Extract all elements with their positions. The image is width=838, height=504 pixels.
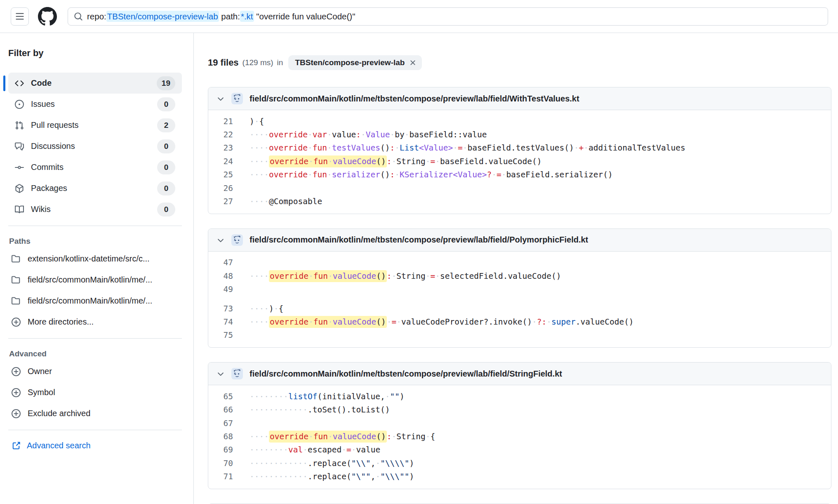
sidebar-item-label: Commits <box>31 163 64 172</box>
snippet-group: 73····)·{74····override·fun·valueCode()·… <box>208 302 831 342</box>
path-filter-item[interactable]: extension/kotlinx-datetime/src/c... <box>8 248 182 269</box>
advanced-heading: Advanced <box>9 349 182 358</box>
book-icon <box>15 205 24 214</box>
code-line: 47 <box>208 256 831 269</box>
code-text: ····override·fun·valueCode():·String·=·s… <box>250 271 561 281</box>
book-icon <box>15 205 24 214</box>
search-text-segment: "override fun valueCode()" <box>254 12 355 21</box>
advanced-filter-symbol[interactable]: Symbol <box>8 382 182 403</box>
paths-list: extension/kotlinx-datetime/src/c...field… <box>8 248 182 311</box>
count-badge: 0 <box>157 139 175 153</box>
advanced-filter-exclude-archived[interactable]: Exclude archived <box>8 403 182 424</box>
divider <box>8 338 182 339</box>
code-line: 70············.replace("\\",·"\\\\") <box>208 457 831 470</box>
sidebar-item-wikis[interactable]: Wikis0 <box>8 199 182 220</box>
chevron-down-icon <box>216 236 225 245</box>
sidebar-item-code[interactable]: Code19 <box>8 73 182 94</box>
sidebar-item-label: Discussions <box>31 141 75 151</box>
sidebar-item-discussions[interactable]: Discussions0 <box>8 136 182 157</box>
line-number[interactable]: 67 <box>208 419 233 428</box>
line-number[interactable]: 23 <box>208 143 233 153</box>
plus-circle-icon <box>12 388 21 397</box>
three-bars-icon <box>15 12 24 21</box>
code-line: 23····override·fun·testValues():·List<Va… <box>208 141 831 155</box>
comment-discussion-icon <box>15 142 24 151</box>
close-icon[interactable] <box>409 59 417 67</box>
code-text: ····override·fun·testValues():·List<Valu… <box>250 143 685 153</box>
file-directory-icon <box>12 297 21 306</box>
top-bar: repo:TBSten/compose-preview-lab path:*.k… <box>0 0 838 33</box>
count-badge: 0 <box>157 97 175 111</box>
sidebar-item-issues[interactable]: Issues0 <box>8 94 182 115</box>
code-line: 69········val·escaped·=·value <box>208 443 831 457</box>
path-filter-label: extension/kotlinx-datetime/src/c... <box>28 254 150 264</box>
code-text: ····)·{ <box>250 304 283 313</box>
line-number[interactable]: 22 <box>208 130 233 139</box>
line-number[interactable]: 73 <box>208 304 233 313</box>
hamburger-button[interactable] <box>11 7 29 26</box>
package-icon <box>15 184 24 193</box>
snippet-group: 65········listOf(initialValue,·"")66····… <box>208 390 831 483</box>
more-directories-label: More directories... <box>28 317 94 327</box>
line-number[interactable]: 74 <box>208 317 233 327</box>
file-path-link[interactable]: field/src/commonMain/kotlin/me/tbsten/co… <box>250 235 588 245</box>
code-text: ············.replace("\\",·"\\\\") <box>250 459 414 468</box>
line-number[interactable]: 68 <box>208 432 233 441</box>
line-number[interactable]: 49 <box>208 285 233 294</box>
sidebar-item-label: Wikis <box>31 205 51 214</box>
line-number[interactable]: 69 <box>208 445 233 455</box>
repo-avatar <box>231 93 243 104</box>
line-number[interactable]: 24 <box>208 157 233 166</box>
file-path-link[interactable]: field/src/commonMain/kotlin/me/tbsten/co… <box>250 94 579 104</box>
sidebar-item-packages[interactable]: Packages0 <box>8 178 182 199</box>
line-number[interactable]: 65 <box>208 392 233 401</box>
line-number[interactable]: 47 <box>208 258 233 267</box>
github-logo[interactable] <box>38 7 57 26</box>
result-type-list: Code19Issues0Pull requests2Discussions0C… <box>8 73 182 220</box>
code-line: 49 <box>208 283 831 296</box>
code-snippet: 21)·{22····override·var·value:·Value·by·… <box>208 110 831 214</box>
repo-avatar <box>231 368 243 379</box>
line-number[interactable]: 27 <box>208 197 233 206</box>
file-card-header: field/src/commonMain/kotlin/me/tbsten/co… <box>208 87 831 110</box>
code-text: ····@Composable <box>250 197 322 206</box>
count-badge: 19 <box>157 76 175 90</box>
file-path-link[interactable]: field/src/commonMain/kotlin/me/tbsten/co… <box>250 369 562 379</box>
git-pull-request-icon <box>15 121 24 130</box>
search-results: 19 files (129 ms) in TBSten/compose-prev… <box>194 33 838 504</box>
code-text: ····override·var·value:·Value·by·baseFie… <box>250 130 487 139</box>
line-number[interactable]: 25 <box>208 170 233 179</box>
more-directories-button[interactable]: More directories... <box>8 311 182 332</box>
collapse-file-button[interactable] <box>216 236 226 245</box>
plus-circle-icon <box>12 409 21 418</box>
file-directory-icon <box>12 276 21 285</box>
plus-circle-icon <box>12 367 21 376</box>
collapse-file-button[interactable] <box>216 94 226 103</box>
git-pull-request-icon <box>15 121 24 130</box>
results-in-label: in <box>277 58 283 67</box>
line-number[interactable]: 21 <box>208 117 233 126</box>
code-snippet: 65········listOf(initialValue,·"")66····… <box>208 385 831 489</box>
line-number[interactable]: 71 <box>208 472 233 481</box>
path-filter-item[interactable]: field/src/commonMain/kotlin/me/... <box>8 290 182 311</box>
line-number[interactable]: 66 <box>208 405 233 415</box>
code-line: 25····override·fun·serializer():·KSerial… <box>208 168 831 181</box>
line-number[interactable]: 75 <box>208 330 233 340</box>
code-line: 68····override·fun·valueCode():·String·{ <box>208 430 831 443</box>
issue-opened-icon <box>15 100 24 109</box>
sidebar-item-label: Pull requests <box>31 120 79 130</box>
advanced-search-link[interactable]: Advanced search <box>12 441 182 450</box>
code-line: 73····)·{ <box>208 302 831 315</box>
search-input[interactable]: repo:TBSten/compose-preview-lab path:*.k… <box>68 7 828 26</box>
line-number[interactable]: 70 <box>208 459 233 468</box>
advanced-filter-owner[interactable]: Owner <box>8 361 182 382</box>
path-filter-item[interactable]: field/src/commonMain/kotlin/me/... <box>8 269 182 290</box>
line-number[interactable]: 26 <box>208 184 233 193</box>
sidebar-item-commits[interactable]: Commits0 <box>8 157 182 178</box>
sidebar-item-pull-requests[interactable]: Pull requests2 <box>8 115 182 136</box>
collapse-file-button[interactable] <box>216 369 226 378</box>
line-number[interactable]: 48 <box>208 271 233 281</box>
advanced-filter-label: Symbol <box>28 388 55 397</box>
git-commit-icon <box>15 163 24 172</box>
repo-filter-chip[interactable]: TBSten/compose-preview-lab <box>288 55 422 70</box>
